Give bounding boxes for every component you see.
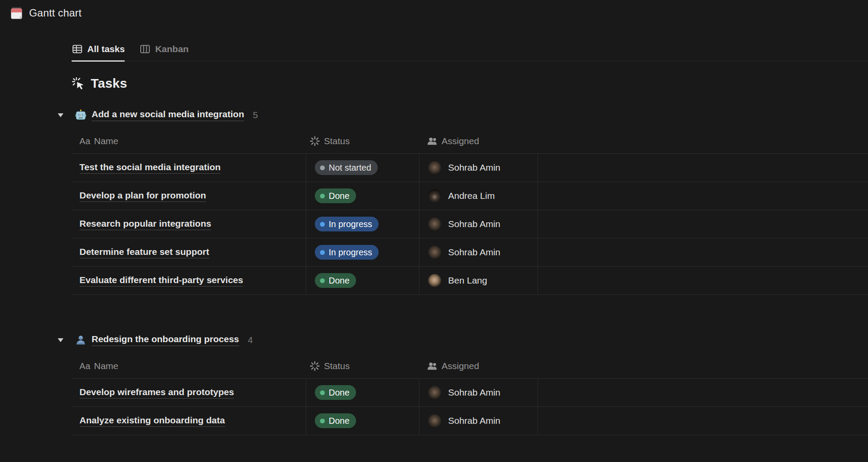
spiral-calendar-icon	[10, 6, 23, 20]
column-label: Name	[94, 361, 118, 371]
row-filler	[538, 154, 868, 182]
column-label: Status	[324, 361, 350, 371]
column-label: Status	[324, 136, 350, 146]
column-header-status[interactable]: Status	[306, 354, 419, 378]
status-cell[interactable]: In progress	[306, 238, 419, 266]
task-name-cell[interactable]: Analyze existing onboarding data	[72, 407, 306, 435]
tab-all-tasks[interactable]: All tasks	[72, 43, 125, 62]
status-cell[interactable]: Done	[306, 407, 419, 435]
task-name-cell[interactable]: Develop wireframes and prototypes	[72, 379, 306, 406]
status-pill[interactable]: Not started	[315, 160, 378, 175]
avatar	[428, 274, 441, 287]
status-label: In progress	[329, 248, 372, 257]
status-pill[interactable]: In progress	[315, 245, 379, 260]
header-filler	[538, 354, 868, 378]
status-dot-icon	[320, 390, 325, 395]
toggle-triangle-icon[interactable]	[58, 113, 69, 117]
status-label: In progress	[329, 219, 372, 229]
status-cell[interactable]: Done	[306, 182, 419, 210]
task-name[interactable]: Determine feature set support	[79, 247, 209, 258]
task-name[interactable]: Evaluate different third-party services	[79, 275, 243, 287]
robot-icon	[75, 109, 86, 121]
column-header-name[interactable]: Aa Name	[72, 129, 306, 153]
status-cell[interactable]: Not started	[306, 154, 419, 182]
task-name[interactable]: Analyze existing onboarding data	[79, 415, 225, 427]
assigned-cell[interactable]: Sohrab Amin	[419, 210, 538, 238]
status-label: Done	[329, 276, 350, 286]
table-icon	[72, 43, 83, 55]
status-pill[interactable]: Done	[315, 273, 356, 288]
table-row: Evaluate different third-party services …	[72, 266, 868, 295]
group-count: 5	[253, 110, 258, 120]
status-pill[interactable]: Done	[315, 188, 356, 203]
table-body: Develop wireframes and prototypes Done S…	[72, 378, 868, 435]
column-header-status[interactable]: Status	[306, 129, 419, 153]
people-icon	[427, 360, 438, 372]
avatar	[428, 189, 441, 202]
cursor-click-icon	[72, 77, 85, 90]
task-name-cell[interactable]: Test the social media integration	[72, 154, 306, 182]
task-name[interactable]: Develop wireframes and prototypes	[79, 387, 234, 399]
kanban-icon	[139, 43, 151, 55]
row-filler	[538, 182, 868, 210]
group-title[interactable]: Redesign the onboarding process	[92, 334, 239, 346]
task-name[interactable]: Develop a plan for promotion	[79, 190, 206, 202]
task-name-cell[interactable]: Develop a plan for promotion	[72, 182, 306, 210]
status-dot-icon	[320, 250, 325, 255]
row-filler	[538, 238, 868, 266]
column-header-assigned[interactable]: Assigned	[419, 129, 538, 153]
group-count: 4	[248, 335, 253, 345]
assigned-cell[interactable]: Ben Lang	[419, 267, 538, 294]
tab-label: All tasks	[87, 44, 125, 54]
assigned-cell[interactable]: Sohrab Amin	[419, 154, 538, 182]
table-body: Test the social media integration Not st…	[72, 153, 868, 295]
task-name-cell[interactable]: Evaluate different third-party services	[72, 267, 306, 294]
status-cell[interactable]: Done	[306, 379, 419, 406]
avatar	[428, 386, 441, 399]
assignee-name: Ben Lang	[448, 275, 487, 286]
avatar	[428, 246, 441, 259]
status-label: Done	[329, 416, 350, 426]
group-header: Add a new social media integration 5	[58, 109, 868, 121]
assignee-name: Sohrab Amin	[448, 247, 500, 257]
table-row: Determine feature set support In progres…	[72, 238, 868, 266]
assignee-name: Sohrab Amin	[448, 387, 500, 398]
status-label: Done	[329, 388, 350, 398]
status-pill[interactable]: In progress	[315, 217, 379, 231]
column-header-name[interactable]: Aa Name	[72, 354, 306, 378]
status-label: Done	[329, 191, 350, 201]
status-cell[interactable]: Done	[306, 267, 419, 294]
column-header-assigned[interactable]: Assigned	[419, 354, 538, 378]
assigned-cell[interactable]: Sohrab Amin	[419, 407, 538, 435]
assigned-cell[interactable]: Sohrab Amin	[419, 379, 538, 406]
page-title: Gantt chart	[29, 7, 82, 19]
tab-kanban[interactable]: Kanban	[139, 43, 188, 62]
text-property-icon: Aa	[79, 361, 90, 371]
task-name-cell[interactable]: Research popular integrations	[72, 210, 306, 238]
table-row: Analyze existing onboarding data Done So…	[72, 406, 868, 435]
groups-container: Add a new social media integration 5 Aa …	[72, 109, 868, 435]
table-header-row: Aa Name	[72, 129, 868, 153]
row-filler	[538, 379, 868, 406]
task-name-cell[interactable]: Determine feature set support	[72, 238, 306, 266]
text-property-icon: Aa	[79, 136, 90, 146]
assignee-name: Sohrab Amin	[448, 219, 500, 229]
tab-label: Kanban	[155, 44, 188, 54]
toggle-triangle-icon[interactable]	[58, 338, 69, 342]
column-label: Assigned	[442, 361, 479, 371]
group-title[interactable]: Add a new social media integration	[92, 109, 244, 121]
status-pill[interactable]: Done	[315, 385, 356, 400]
column-label: Assigned	[442, 136, 479, 146]
status-dot-icon	[320, 194, 325, 198]
assigned-cell[interactable]: Sohrab Amin	[419, 238, 538, 266]
main-content: All tasks Kanban	[72, 43, 868, 435]
table-row: Test the social media integration Not st…	[72, 153, 868, 182]
status-pill[interactable]: Done	[315, 413, 356, 428]
row-filler	[538, 210, 868, 238]
status-dot-icon	[320, 222, 325, 227]
task-table: Aa Name	[72, 354, 868, 435]
task-name[interactable]: Test the social media integration	[79, 162, 221, 174]
status-cell[interactable]: In progress	[306, 210, 419, 238]
assigned-cell[interactable]: Andrea Lim	[419, 182, 538, 210]
task-name[interactable]: Research popular integrations	[79, 218, 211, 230]
